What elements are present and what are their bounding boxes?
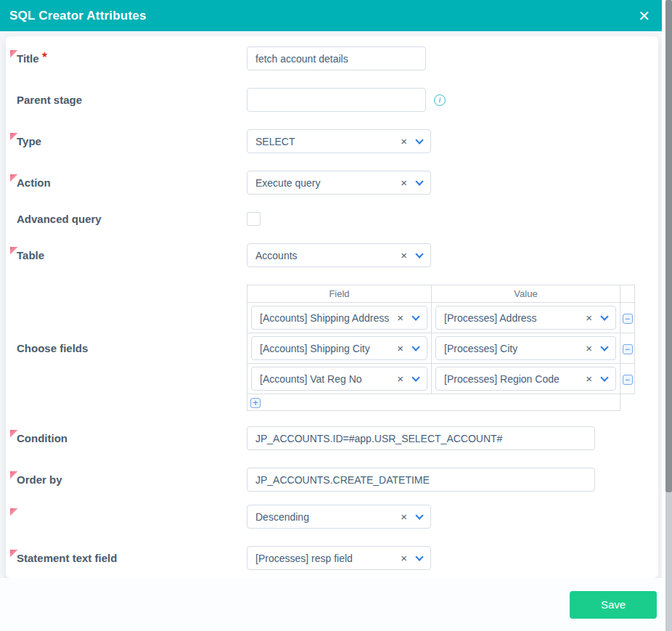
chevron-down-icon <box>415 177 423 185</box>
clear-icon[interactable]: × <box>586 312 592 323</box>
title-label-group: Title ★ <box>10 52 247 65</box>
chevron-down-icon <box>415 250 423 258</box>
type-select[interactable]: SELECT × <box>247 129 431 153</box>
value-select-value: [Processes] City <box>444 343 586 354</box>
order-by-label-group: Order by <box>10 473 247 486</box>
title-label: Title <box>17 52 39 65</box>
chevron-down-icon <box>600 343 608 351</box>
action-label: Action <box>17 176 51 189</box>
value-select[interactable]: [Processes] City × <box>435 336 616 360</box>
table-row: [Accounts] Shipping City × [Processes] C… <box>247 333 635 364</box>
parent-stage-label-group: Parent stage <box>10 94 247 106</box>
clear-icon[interactable]: × <box>586 343 592 354</box>
remove-row-button[interactable]: − <box>623 344 633 354</box>
type-label-group: Type <box>10 135 247 147</box>
clear-icon[interactable]: × <box>586 373 592 384</box>
value-select[interactable]: [Processes] Address × <box>435 306 616 330</box>
save-button[interactable]: Save <box>570 591 657 619</box>
empty-cell <box>620 394 635 411</box>
clear-icon[interactable]: × <box>397 373 403 384</box>
table-header-row: Field Value <box>247 285 635 303</box>
clear-icon[interactable]: × <box>401 177 407 188</box>
field-row-condition: Condition <box>10 426 658 450</box>
field-row-order-by: Order by <box>10 468 658 492</box>
order-by-input[interactable] <box>247 468 595 492</box>
chevron-down-icon <box>415 136 423 144</box>
dialog-body: Title ★ Parent stage i Type <box>0 31 662 578</box>
field-row-statement-text-field: Statement text field [Processes] resp fi… <box>10 546 658 570</box>
value-select-value: [Processes] Region Code <box>444 373 586 385</box>
clear-icon[interactable]: × <box>397 312 403 323</box>
clear-icon[interactable]: × <box>397 343 403 354</box>
close-icon: ✕ <box>638 8 650 24</box>
info-icon[interactable]: i <box>434 94 446 106</box>
table-add-row: + <box>247 394 635 411</box>
field-row-choose-fields: Choose fields Field Value [Accounts] Shi… <box>10 285 658 411</box>
parent-stage-input[interactable] <box>247 88 426 112</box>
value-select[interactable]: [Processes] Region Code × <box>435 367 616 391</box>
remove-row-button[interactable]: − <box>623 314 633 324</box>
clear-icon[interactable]: × <box>401 511 407 522</box>
dialog-title: SQL Creator Attributes <box>9 9 147 23</box>
minus-icon: − <box>625 314 630 323</box>
chevron-down-icon <box>415 553 423 561</box>
parent-stage-label: Parent stage <box>17 94 82 106</box>
action-select-value: Execute query <box>255 177 401 189</box>
field-row-order-direction: Descending × <box>10 505 658 529</box>
type-label: Type <box>17 135 41 147</box>
clear-icon[interactable]: × <box>401 136 407 147</box>
field-select-value: [Accounts] Shipping Address <box>260 312 397 324</box>
scrollbar-thumb[interactable] <box>665 0 672 492</box>
choose-fields-label-group: Choose fields <box>10 342 247 354</box>
chevron-down-icon <box>600 312 608 320</box>
field-select-value: [Accounts] Vat Reg No <box>260 373 397 385</box>
chevron-down-icon <box>411 343 419 351</box>
dialog-footer: Save <box>0 578 662 631</box>
minus-icon: − <box>625 345 630 354</box>
condition-input[interactable] <box>247 426 595 450</box>
action-label-group: Action <box>10 176 247 189</box>
field-select[interactable]: [Accounts] Vat Reg No × <box>251 367 427 391</box>
condition-label: Condition <box>17 432 67 444</box>
clear-icon[interactable]: × <box>401 553 407 563</box>
order-direction-select-value: Descending <box>255 511 401 523</box>
field-select-value: [Accounts] Shipping City <box>260 343 397 354</box>
field-row-table: Table Accounts × <box>10 243 658 267</box>
chevron-down-icon <box>415 511 423 519</box>
add-row-button[interactable]: + <box>250 398 261 408</box>
dialog-header: SQL Creator Attributes ✕ <box>0 0 662 31</box>
table-select[interactable]: Accounts × <box>247 243 431 267</box>
field-row-type: Type SELECT × <box>10 129 658 153</box>
field-row-title: Title ★ <box>10 46 658 70</box>
field-row-action: Action Execute query × <box>10 171 658 195</box>
column-header-field: Field <box>247 285 432 303</box>
field-select[interactable]: [Accounts] Shipping City × <box>251 336 427 360</box>
table-row: [Accounts] Vat Reg No × [Processes] Regi… <box>247 364 635 394</box>
clear-icon[interactable]: × <box>401 250 407 261</box>
order-by-label: Order by <box>17 473 62 486</box>
action-select[interactable]: Execute query × <box>247 171 431 195</box>
form-card: Title ★ Parent stage i Type <box>6 36 658 578</box>
order-direction-select[interactable]: Descending × <box>247 505 431 529</box>
type-select-value: SELECT <box>255 136 401 147</box>
choose-fields-label: Choose fields <box>17 342 88 354</box>
scrollbar-track[interactable] <box>665 0 672 631</box>
field-row-parent-stage: Parent stage i <box>10 88 658 112</box>
table-label-group: Table <box>10 249 247 261</box>
statement-text-field-select[interactable]: [Processes] resp field × <box>247 546 431 570</box>
field-select[interactable]: [Accounts] Shipping Address × <box>251 306 427 330</box>
plus-icon: + <box>253 399 258 407</box>
advanced-query-checkbox[interactable] <box>247 212 261 226</box>
statement-text-field-label: Statement text field <box>17 552 117 564</box>
title-input[interactable] <box>247 46 426 70</box>
statement-text-field-select-value: [Processes] resp field <box>255 553 401 564</box>
column-header-value: Value <box>432 285 620 303</box>
remove-row-button[interactable]: − <box>623 375 633 385</box>
value-select-value: [Processes] Address <box>444 312 586 324</box>
close-button[interactable]: ✕ <box>638 9 650 23</box>
advanced-query-label: Advanced query <box>17 213 102 225</box>
required-star-icon: ★ <box>41 50 49 60</box>
condition-label-group: Condition <box>10 432 247 444</box>
table-label: Table <box>17 249 44 261</box>
statement-text-field-label-group: Statement text field <box>10 552 247 564</box>
